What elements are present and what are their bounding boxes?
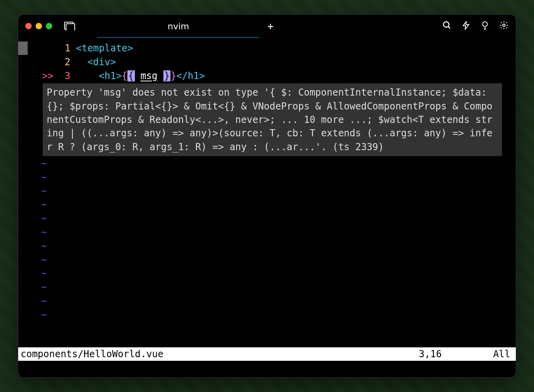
line-number-current: 3 [56, 69, 76, 83]
cursor-brace: { [127, 70, 134, 81]
sign-indicator: >> [41, 69, 56, 83]
traffic-lights [25, 23, 52, 29]
empty-line: ~ [18, 212, 516, 226]
gutter-cursor [18, 41, 28, 55]
empty-line: ~ [18, 308, 516, 322]
tab-title: nvim [168, 21, 189, 31]
empty-line: ~ [18, 171, 516, 185]
empty-line: ~ [18, 267, 516, 281]
empty-line: ~ [18, 239, 516, 253]
line-number: 2 [56, 55, 76, 69]
status-position: 3,16 [419, 349, 442, 360]
minimize-window-button[interactable] [36, 23, 42, 29]
new-tab-button[interactable]: + [267, 20, 274, 32]
diagnostic-underline: msg [140, 70, 157, 81]
bottom-padding [18, 361, 516, 377]
maximize-window-button[interactable] [46, 23, 52, 29]
statusbar: components/HelloWorld.vue 3,16 All [18, 347, 516, 361]
empty-line: ~ [18, 294, 516, 308]
empty-line: ~ [18, 253, 516, 267]
status-percent: All [493, 349, 510, 360]
empty-line: ~ [18, 198, 516, 212]
empty-line: ~ [18, 157, 516, 171]
empty-line: ~ [18, 226, 516, 239]
close-window-button[interactable] [25, 23, 32, 29]
gutter [18, 41, 41, 55]
tab-nvim[interactable]: nvim [97, 15, 259, 38]
sign-column [41, 41, 56, 55]
code-content: <h1>{{ msg }}</h1> [76, 69, 205, 83]
code-content: <template> [76, 41, 133, 55]
status-filename: components/HelloWorld.vue [21, 349, 419, 360]
code-content: <div> [76, 55, 116, 69]
line-number: 1 [56, 41, 76, 55]
empty-line: ~ [18, 281, 516, 294]
code-line-current: >> 3 <h1>{{ msg }}</h1> [18, 69, 516, 83]
empty-line: ~ [18, 185, 516, 198]
svg-rect-1 [66, 24, 75, 30]
code-line: 2 <div> [18, 55, 516, 69]
panes-icon[interactable] [64, 22, 75, 30]
matching-brace: } [163, 70, 170, 81]
code-line: 1 <template> [18, 41, 516, 55]
gutter [18, 69, 41, 83]
editor-area[interactable]: 1 <template> 2 <div> >> 3 <h1>{{ msg }}<… [18, 38, 516, 347]
terminal-window: nvim + [18, 14, 516, 378]
tab-bar: nvim + [97, 15, 516, 38]
sign-column [41, 55, 56, 69]
titlebar: nvim + [18, 15, 516, 38]
gutter [18, 55, 41, 69]
brace-close: } [170, 70, 176, 81]
diagnostic-popup: Property 'msg' does not exist on type '{… [43, 83, 502, 156]
brace-open: { [122, 70, 127, 81]
